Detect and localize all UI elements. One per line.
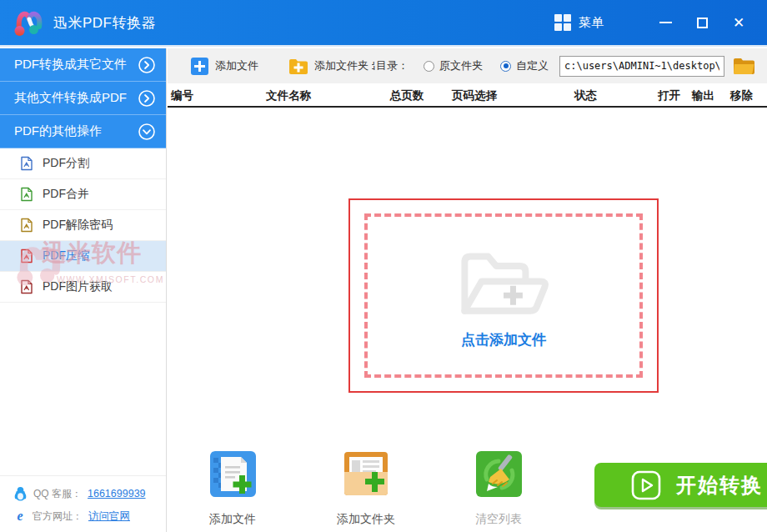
chevron-down-circle-icon [138, 123, 156, 141]
window-title: 迅米PDF转换器 [53, 13, 156, 33]
pdf-file-icon [20, 187, 33, 202]
file-table-header: 编号 文件名称 总页数 页码选择 状态 打开 输出 移除 [168, 83, 767, 108]
qq-number-link[interactable]: 1661699939 [88, 488, 146, 499]
menu-label: 菜单 [579, 15, 604, 31]
add-file-icon [190, 57, 209, 76]
browse-folder-button[interactable] [733, 57, 755, 75]
minimize-icon [659, 22, 672, 23]
main-area: 添加文件 添加文件夹 出 目录： 原文件夹 自定义 [168, 48, 767, 532]
output-dir-label: 出 目录： [372, 58, 409, 73]
sidebar-item-pdf-merge[interactable]: PDF合并 [0, 179, 166, 210]
col-status: 状态 [574, 88, 597, 103]
pdf-file-icon [20, 248, 33, 263]
add-file-action-button[interactable]: 添加文件 [195, 450, 270, 527]
add-folder-icon [288, 58, 308, 75]
pdf-file-icon [20, 156, 33, 171]
add-file-button[interactable]: 添加文件 [190, 57, 258, 76]
col-number: 编号 [171, 88, 193, 103]
col-open: 打开 [658, 88, 680, 103]
maximize-icon [697, 18, 708, 28]
output-path-input[interactable] [559, 56, 724, 77]
radio-original-folder[interactable]: 原文件夹 [424, 58, 483, 73]
browse-folder-icon [733, 57, 755, 75]
menu-button[interactable]: 菜单 [554, 14, 604, 31]
col-total-pages: 总页数 [390, 88, 424, 103]
col-filename: 文件名称 [266, 88, 311, 103]
add-folder-action-button[interactable]: 添加文件夹 [328, 450, 404, 527]
start-convert-button[interactable]: 开始转换 [594, 463, 767, 507]
sidebar: PDF转换成其它文件 其他文件转换成PDF PDF的其他操作 P [0, 48, 167, 532]
sidebar-item-pdf-split[interactable]: PDF分割 [0, 148, 166, 179]
add-file-big-icon [209, 450, 257, 498]
add-folder-button[interactable]: 添加文件夹 [288, 58, 368, 75]
titlebar: 迅米PDF转换器 菜单 ✕ [0, 0, 767, 47]
col-remove: 移除 [730, 88, 753, 103]
minimize-button[interactable] [647, 8, 684, 38]
maximize-button[interactable] [684, 8, 720, 38]
add-folder-big-icon [341, 450, 391, 498]
radio-circle-icon [424, 61, 434, 72]
pdf-file-icon [20, 279, 33, 294]
sidebar-item-pdf-other-ops[interactable]: PDF的其他操作 [0, 115, 166, 148]
col-output: 输出 [692, 88, 714, 103]
site-label: 官方网址： [33, 509, 83, 524]
radio-circle-icon [500, 61, 511, 72]
chevron-right-circle-icon [138, 56, 156, 74]
browser-icon: e [13, 509, 27, 524]
col-page-selection: 页码选择 [452, 88, 497, 103]
chevron-right-circle-icon [138, 89, 156, 108]
close-button[interactable]: ✕ [720, 8, 757, 38]
menu-grid-icon [554, 14, 571, 31]
sidebar-item-pdf-compress[interactable]: PDF压缩 [0, 241, 166, 272]
sidebar-item-other-to-pdf[interactable]: 其他文件转换成PDF [0, 82, 166, 115]
open-folder-icon [449, 242, 559, 327]
official-site-link[interactable]: 访问官网 [88, 509, 130, 524]
clear-list-action-button[interactable]: 清空列表 [461, 450, 536, 527]
clear-list-big-icon [475, 450, 523, 498]
sidebar-footer: QQ 客服： 1661699939 e 官方网址： 访问官网 [0, 475, 166, 532]
sidebar-item-pdf-remove-password[interactable]: PDF解除密码 [0, 210, 166, 241]
toolbar: 添加文件 添加文件夹 出 目录： 原文件夹 自定义 [168, 48, 767, 83]
qq-icon [13, 486, 28, 501]
app-window: 迅米PDF转换器 菜单 ✕ PDF转换成其它文件 其他文件转换成PDF [0, 0, 767, 532]
sidebar-item-pdf-image-extract[interactable]: PDF图片获取 [0, 272, 166, 303]
pdf-file-icon [20, 218, 33, 233]
app-logo-icon [13, 8, 45, 37]
sidebar-item-pdf-to-other[interactable]: PDF转换成其它文件 [0, 48, 166, 82]
play-icon [631, 470, 661, 500]
radio-custom-folder[interactable]: 自定义 [500, 58, 549, 73]
close-icon: ✕ [733, 16, 744, 30]
dropzone-label: 点击添加文件 [461, 330, 546, 349]
file-dropzone[interactable]: 点击添加文件 [348, 198, 659, 393]
qq-label: QQ 客服： [33, 487, 82, 501]
